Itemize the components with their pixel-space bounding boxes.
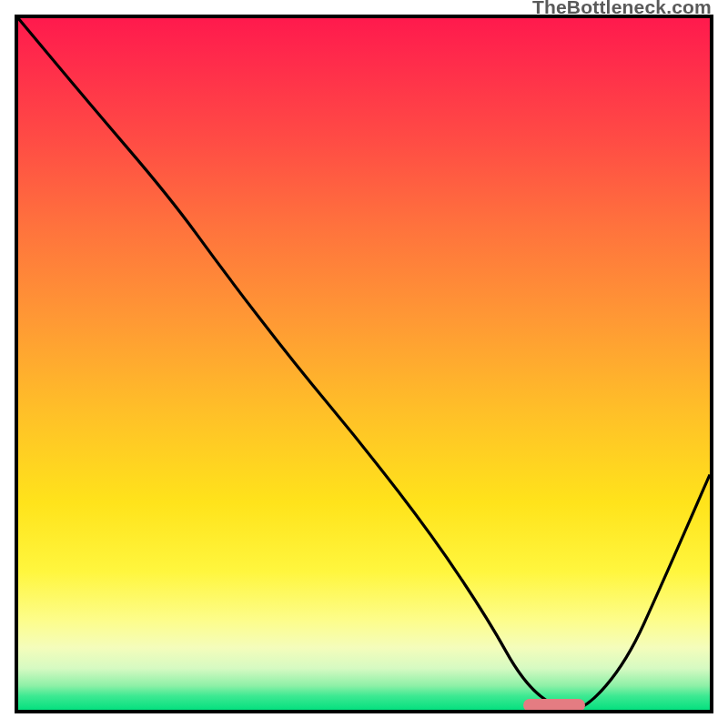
curve-layer bbox=[18, 18, 710, 710]
plot-area bbox=[15, 15, 713, 713]
bottleneck-chart: TheBottleneck.com bbox=[0, 0, 728, 728]
bottleneck-curve bbox=[18, 18, 710, 710]
optimal-range-marker bbox=[523, 699, 585, 712]
